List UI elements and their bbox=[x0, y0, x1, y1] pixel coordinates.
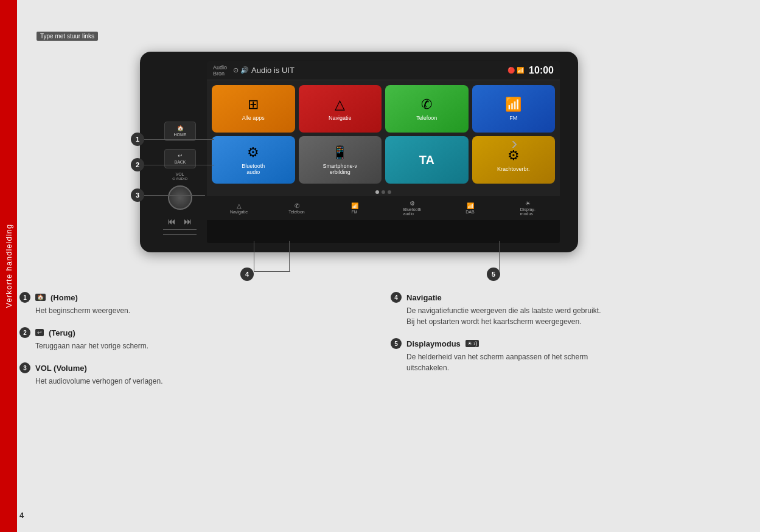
conn-line-3 bbox=[144, 195, 205, 196]
clock: 10:00 bbox=[529, 65, 554, 76]
app-tile-navigatie[interactable]: △ Navigatie bbox=[299, 85, 382, 133]
desc-title-4: Navigatie bbox=[406, 293, 442, 302]
desc-header-1: 1 🏠 (Home) bbox=[19, 292, 366, 303]
app-tile-ta[interactable]: TA bbox=[385, 136, 469, 184]
dot-3 bbox=[388, 190, 391, 194]
page-dots bbox=[207, 188, 560, 196]
nav-bluetooth[interactable]: ⚙ Bluetoothaudio bbox=[384, 198, 441, 218]
app-tile-fm[interactable]: 📶 FM bbox=[472, 85, 556, 133]
conn-line-4c bbox=[254, 271, 290, 272]
app-tile-smartphone[interactable]: 📱 Smartphone-verbilding bbox=[299, 136, 382, 184]
nav-dab-label: DAB bbox=[465, 210, 474, 214]
desc-number-1: 1 bbox=[19, 292, 30, 303]
bottom-nav-bar: △ Navigatie ✆ Telefoon 📶 FM ⚙ Bluetootha… bbox=[207, 196, 560, 220]
back-button[interactable]: ↩BACK bbox=[164, 149, 196, 168]
nav-fm[interactable]: 📶 FM bbox=[326, 198, 383, 218]
app-grid: ⊞ Alle apps △ Navigatie ✆ Telefoon 📶 FM … bbox=[207, 80, 560, 188]
desc-text-4: De navigatiefunctie weergeven die als la… bbox=[406, 305, 737, 327]
desc-title-5: Displaymodus bbox=[406, 339, 461, 348]
scroll-arrow[interactable]: › bbox=[512, 134, 517, 153]
skip-next-icon[interactable]: ⏭ bbox=[184, 216, 192, 226]
nav-navigatie[interactable]: △ Navigatie bbox=[211, 198, 267, 218]
callout-4: 4 bbox=[240, 268, 254, 281]
alle-apps-icon: ⊞ bbox=[248, 97, 259, 112]
desc-header-5: 5 Displaymodus ☀ ›) bbox=[391, 338, 737, 349]
smartphone-label: Smartphone-verbilding bbox=[322, 163, 357, 175]
fm-icon: 📶 bbox=[505, 97, 521, 112]
bluetooth-status-icon: ⊙ 🔊 bbox=[233, 66, 249, 74]
conn-line-4a bbox=[254, 241, 254, 271]
type-label: Type met stuur links bbox=[37, 32, 98, 41]
audio-status-text: Audio is UIT bbox=[251, 66, 507, 75]
nav-dab[interactable]: 📶 DAB bbox=[442, 198, 498, 218]
skip-prev-icon[interactable]: ⏮ bbox=[167, 216, 176, 226]
nav-bluetooth-icon: ⚙ bbox=[410, 200, 415, 207]
conn-line-2 bbox=[144, 165, 214, 165]
desc-text-5: De helderheid van het scherm aanpassen o… bbox=[406, 351, 737, 373]
alle-apps-label: Alle apps bbox=[242, 115, 265, 121]
desc-item-5: 5 Displaymodus ☀ ›) De helderheid van he… bbox=[391, 338, 737, 373]
bluetooth-audio-icon: ⚙ bbox=[247, 145, 259, 161]
desc-title-2: (Terug) bbox=[49, 328, 75, 337]
nav-display[interactable]: ☀ Display-modus bbox=[500, 198, 556, 218]
volume-knob[interactable] bbox=[168, 185, 192, 210]
dot-2 bbox=[382, 190, 385, 194]
desc-header-2: 2 ↩ (Terug) bbox=[19, 327, 366, 338]
source-label: Audio Bron bbox=[213, 64, 227, 77]
desc-left-column: 1 🏠 (Home) Het beginscherm weergeven. 2 … bbox=[19, 292, 366, 398]
desc-text-2: Teruggaan naar het vorige scherm. bbox=[35, 340, 366, 351]
nav-telefoon[interactable]: ✆ Telefoon bbox=[268, 198, 325, 218]
desc-header-3: 3 VOL (Volume) bbox=[19, 362, 366, 373]
telefoon-label: Telefoon bbox=[416, 115, 437, 121]
nav-bluetooth-label: Bluetoothaudio bbox=[403, 207, 422, 216]
callout-5: 5 bbox=[487, 268, 500, 281]
nav-navigatie-label: Navigatie bbox=[230, 210, 248, 214]
home-icon-box: 🏠 bbox=[35, 294, 46, 301]
signal-icon: 🔴 📶 bbox=[507, 67, 524, 74]
app-tile-telefoon[interactable]: ✆ Telefoon bbox=[385, 85, 469, 133]
desc-text-3: Het audiovolume verhogen of verlagen. bbox=[35, 376, 366, 387]
dot-1 bbox=[375, 190, 379, 194]
vol-label: VOL⊙ AUDIO bbox=[163, 172, 197, 181]
nav-telefoon-label: Telefoon bbox=[288, 210, 304, 214]
descriptions-section: 1 🏠 (Home) Het beginscherm weergeven. 2 … bbox=[19, 292, 737, 398]
desc-item-1: 1 🏠 (Home) Het beginscherm weergeven. bbox=[19, 292, 366, 316]
desc-item-2: 2 ↩ (Terug) Teruggaan naar het vorige sc… bbox=[19, 327, 366, 351]
device-body: 🏠HOME ↩BACK VOL⊙ AUDIO ⏮ ⏭ Audio Bron ⊙ … bbox=[140, 52, 578, 252]
home-button[interactable]: 🏠HOME bbox=[164, 122, 196, 141]
conn-line-4b bbox=[289, 241, 290, 271]
desc-number-5: 5 bbox=[391, 338, 402, 349]
krachtoverbr-label: Krachtoverbr. bbox=[497, 166, 530, 172]
navigatie-label: Navigatie bbox=[329, 115, 352, 121]
status-bar: Audio Bron ⊙ 🔊 Audio is UIT 🔴 📶 10:00 bbox=[207, 61, 560, 80]
nav-fm-icon: 📶 bbox=[351, 202, 358, 209]
nav-navigatie-icon: △ bbox=[237, 202, 242, 209]
bluetooth-audio-label: Bluetoothaudio bbox=[242, 163, 265, 175]
desc-item-4: 4 Navigatie De navigatiefunctie weergeve… bbox=[391, 292, 737, 327]
nav-display-label: Display-modus bbox=[520, 207, 535, 216]
smartphone-icon: 📱 bbox=[332, 145, 348, 161]
fm-label: FM bbox=[509, 115, 517, 121]
page-number: 4 bbox=[19, 511, 24, 520]
divider bbox=[163, 229, 197, 230]
ta-label: TA bbox=[419, 153, 434, 167]
desc-title-1: (Home) bbox=[51, 293, 78, 302]
conn-line-5 bbox=[499, 241, 500, 271]
divider2 bbox=[163, 234, 197, 235]
navigatie-icon: △ bbox=[335, 97, 345, 112]
desc-number-4: 4 bbox=[391, 292, 402, 303]
nav-display-icon: ☀ bbox=[525, 200, 531, 207]
infotainment-screen: Audio Bron ⊙ 🔊 Audio is UIT 🔴 📶 10:00 ⊞ … bbox=[207, 61, 560, 243]
desc-number-2: 2 bbox=[19, 327, 30, 338]
nav-telefoon-icon: ✆ bbox=[295, 202, 299, 209]
nav-dab-icon: 📶 bbox=[467, 202, 474, 209]
app-tile-bluetooth-audio[interactable]: ⚙ Bluetoothaudio bbox=[212, 136, 295, 184]
display-icon-box: ☀ ›) bbox=[465, 340, 479, 347]
conn-line-1 bbox=[144, 139, 214, 140]
sidebar-tab: Verkorte handleiding bbox=[0, 0, 17, 532]
desc-right-column: 4 Navigatie De navigatiefunctie weergeve… bbox=[391, 292, 737, 398]
desc-number-3: 3 bbox=[19, 362, 30, 373]
app-tile-alle-apps[interactable]: ⊞ Alle apps bbox=[212, 85, 295, 133]
desc-title-3: VOL (Volume) bbox=[35, 364, 87, 373]
desc-header-4: 4 Navigatie bbox=[391, 292, 737, 303]
